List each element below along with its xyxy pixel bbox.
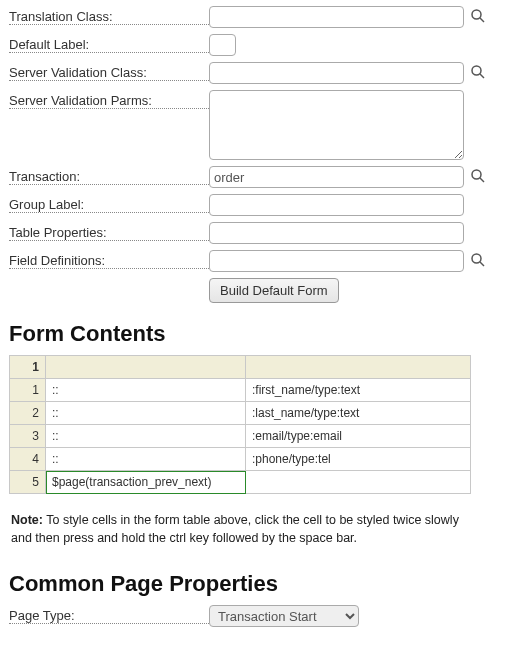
- group-label-label: Group Label:: [9, 194, 209, 213]
- table-row: 5 $page(transaction_prev_next): [10, 471, 471, 494]
- grid-col-1-header[interactable]: [46, 356, 246, 379]
- row-number[interactable]: 4: [10, 448, 46, 471]
- svg-line-3: [480, 74, 484, 78]
- grid-cell[interactable]: :email/type:email: [246, 425, 471, 448]
- svg-line-7: [480, 262, 484, 266]
- translation-class-label: Translation Class:: [9, 6, 209, 25]
- grid-cell[interactable]: ::: [46, 425, 246, 448]
- common-page-properties-heading: Common Page Properties: [9, 571, 505, 597]
- build-default-form-button[interactable]: Build Default Form: [209, 278, 339, 303]
- table-properties-input[interactable]: [209, 222, 464, 244]
- default-label-label: Default Label:: [9, 34, 209, 53]
- search-icon[interactable]: [470, 6, 486, 27]
- grid-cell[interactable]: [246, 471, 471, 494]
- table-row: 4 :: :phone/type:tel: [10, 448, 471, 471]
- field-definitions-label: Field Definitions:: [9, 250, 209, 269]
- page-type-select[interactable]: Transaction Start: [209, 605, 359, 627]
- search-icon[interactable]: [470, 250, 486, 271]
- row-number[interactable]: 3: [10, 425, 46, 448]
- transaction-input[interactable]: [209, 166, 464, 188]
- note-text: To style cells in the form table above, …: [11, 513, 459, 545]
- server-validation-parms-label: Server Validation Parms:: [9, 90, 209, 109]
- grid-cell[interactable]: :phone/type:tel: [246, 448, 471, 471]
- server-validation-class-label: Server Validation Class:: [9, 62, 209, 81]
- grid-cell[interactable]: :first_name/type:text: [246, 379, 471, 402]
- svg-point-4: [472, 170, 481, 179]
- translation-class-input[interactable]: [209, 6, 464, 28]
- svg-point-2: [472, 66, 481, 75]
- styling-note: Note: To style cells in the form table a…: [11, 512, 475, 547]
- grid-cell[interactable]: ::: [46, 379, 246, 402]
- grid-cell[interactable]: :last_name/type:text: [246, 402, 471, 425]
- grid-col-2-header[interactable]: [246, 356, 471, 379]
- search-icon[interactable]: [470, 166, 486, 187]
- server-validation-class-input[interactable]: [209, 62, 464, 84]
- svg-line-5: [480, 178, 484, 182]
- svg-line-1: [480, 18, 484, 22]
- table-row: 1 :: :first_name/type:text: [10, 379, 471, 402]
- table-properties-label: Table Properties:: [9, 222, 209, 241]
- grid-cell[interactable]: ::: [46, 448, 246, 471]
- grid-cell-selected[interactable]: $page(transaction_prev_next): [46, 471, 246, 494]
- transaction-label: Transaction:: [9, 166, 209, 185]
- svg-point-6: [472, 254, 481, 263]
- group-label-input[interactable]: [209, 194, 464, 216]
- table-row: 2 :: :last_name/type:text: [10, 402, 471, 425]
- grid-cell[interactable]: ::: [46, 402, 246, 425]
- server-validation-parms-input[interactable]: [209, 90, 464, 160]
- page-type-label: Page Type:: [9, 605, 209, 624]
- default-label-input[interactable]: [209, 34, 236, 56]
- form-contents-heading: Form Contents: [9, 321, 505, 347]
- row-number[interactable]: 1: [10, 379, 46, 402]
- note-prefix: Note:: [11, 513, 43, 527]
- row-number[interactable]: 5: [10, 471, 46, 494]
- svg-point-0: [472, 10, 481, 19]
- table-row: 3 :: :email/type:email: [10, 425, 471, 448]
- row-number[interactable]: 2: [10, 402, 46, 425]
- form-contents-table[interactable]: 1 1 :: :first_name/type:text 2 :: :last_…: [9, 355, 471, 494]
- grid-corner[interactable]: 1: [10, 356, 46, 379]
- search-icon[interactable]: [470, 62, 486, 83]
- field-definitions-input[interactable]: [209, 250, 464, 272]
